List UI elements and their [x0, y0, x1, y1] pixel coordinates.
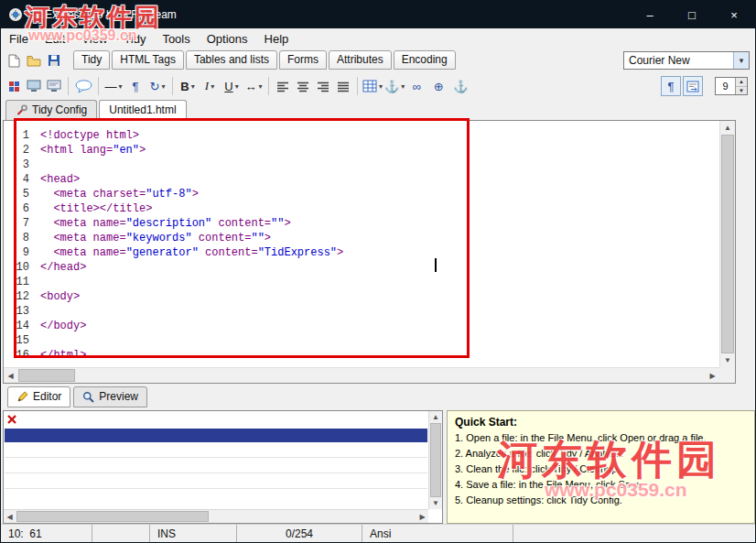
align-center-icon[interactable]	[294, 77, 312, 95]
minimize-button[interactable]: –	[629, 1, 671, 28]
scrollbar-thumb[interactable]	[430, 423, 441, 497]
open-file-button[interactable]	[25, 51, 43, 70]
code-segment: </body>	[40, 319, 86, 333]
font-size-stepper[interactable]: 9 ▲ ▼	[715, 77, 748, 95]
insert-link-button[interactable]: ∞	[406, 76, 427, 96]
scroll-up-button[interactable]: ▲	[720, 121, 735, 135]
stepper-down-button[interactable]: ▼	[736, 87, 747, 95]
toolbar-main: Tidy HTML Tags Tables and lists Forms At…	[1, 49, 755, 72]
align-right-icon[interactable]	[314, 77, 332, 95]
chevron-down-icon[interactable]: ▾	[733, 52, 749, 69]
display-icon[interactable]	[45, 77, 63, 95]
monitor-icon[interactable]	[25, 77, 43, 95]
code-line[interactable]: 13	[4, 304, 719, 319]
resize-button[interactable]: ↔ ▾	[243, 76, 264, 96]
code-line[interactable]: 8 <meta name="keywords" content="">	[4, 231, 719, 245]
save-file-button[interactable]	[45, 51, 63, 70]
indent-settings-button[interactable]	[683, 76, 703, 96]
menu-file[interactable]: File	[1, 30, 37, 48]
toolbar-tab-attributes[interactable]: Attributes	[329, 50, 392, 70]
code-line[interactable]: 11	[4, 275, 719, 289]
code-line[interactable]: 3	[4, 157, 719, 172]
tab-preview[interactable]: Preview	[73, 386, 147, 407]
toolbar-tab-forms[interactable]: Forms	[279, 50, 327, 70]
bold-button[interactable]: B ▾	[178, 76, 198, 96]
font-family-select[interactable]: Courier New ▾	[623, 51, 750, 70]
code-line[interactable]: 7 <meta name="description" content="">	[4, 216, 719, 231]
comment-icon[interactable]	[73, 76, 93, 96]
scroll-left-button[interactable]: ◀	[4, 510, 16, 523]
scroll-up-button[interactable]: ▲	[429, 411, 442, 423]
menu-options[interactable]: Options	[199, 30, 256, 48]
scroll-right-button[interactable]: ▶	[416, 510, 428, 523]
code-line[interactable]: 9 <meta name="generator" content="TidExp…	[4, 245, 719, 260]
align-justify-icon[interactable]	[334, 77, 352, 95]
underline-button[interactable]: U ▾	[221, 76, 242, 96]
close-button[interactable]: ×	[713, 1, 755, 28]
chevron-down-icon[interactable]: ▾	[401, 82, 405, 91]
tab-untitled1[interactable]: Untitled1.html	[99, 100, 186, 120]
maximize-button[interactable]: □	[671, 1, 713, 28]
globe-icon[interactable]: ⊕	[428, 76, 448, 96]
code-line[interactable]: 16</html>	[4, 348, 719, 363]
insert-table-button[interactable]: ▾	[362, 76, 383, 96]
scroll-right-button[interactable]: ▶	[706, 368, 719, 383]
scroll-left-button[interactable]: ◀	[4, 368, 17, 383]
horizontal-rule-button[interactable]: — ▾	[103, 76, 124, 96]
chevron-down-icon[interactable]: ▾	[258, 82, 262, 91]
paragraph-button[interactable]: ¶	[125, 76, 146, 96]
code-line[interactable]: 10</head>	[4, 260, 719, 275]
code-view-icon[interactable]	[5, 77, 23, 95]
code-line[interactable]: 12<body>	[4, 289, 719, 304]
code-editor[interactable]: 1<!doctype html>2<html lang="en">34<head…	[3, 120, 736, 384]
code-line[interactable]: 4<head>	[4, 172, 719, 187]
scrollbar-thumb[interactable]	[721, 135, 734, 353]
scroll-down-button[interactable]: ▼	[429, 497, 442, 509]
message-row[interactable]	[5, 473, 427, 489]
editor-horizontal-scrollbar[interactable]: ◀ ▶	[4, 367, 719, 383]
toolbar-tab-encoding[interactable]: Encoding	[394, 50, 456, 70]
code-line[interactable]: 5 <meta charset="utf-8">	[4, 187, 719, 201]
messages-vertical-scrollbar[interactable]: ▲ ▼	[428, 411, 442, 509]
toolbar-tab-tables-lists[interactable]: Tables and lists	[186, 50, 277, 70]
italic-button[interactable]: I ▾	[200, 76, 220, 96]
menu-help[interactable]: Help	[256, 30, 297, 48]
insert-anchor-button[interactable]: ⚓ ▾	[384, 76, 405, 96]
chevron-down-icon[interactable]: ▾	[235, 82, 239, 91]
show-paragraph-marks-button[interactable]: ¶	[661, 76, 681, 96]
code-line[interactable]: 15	[4, 333, 719, 348]
code-line[interactable]: 2<html lang="en">	[4, 143, 719, 157]
chevron-down-icon[interactable]: ▾	[379, 82, 383, 91]
scroll-down-button[interactable]: ▼	[720, 353, 735, 367]
menu-edit[interactable]: Edit	[37, 30, 73, 48]
chevron-down-icon[interactable]: ▾	[191, 82, 195, 91]
toolbar-tab-tidy[interactable]: Tidy	[73, 50, 110, 70]
chevron-down-icon[interactable]: ▾	[161, 82, 165, 91]
stepper-up-button[interactable]: ▲	[736, 78, 747, 87]
selected-message-row[interactable]	[5, 429, 427, 442]
redo-button[interactable]: ↻ ▾	[147, 76, 167, 96]
align-left-icon[interactable]	[274, 77, 292, 95]
scrollbar-thumb[interactable]	[18, 369, 75, 382]
menu-tools[interactable]: Tools	[154, 30, 198, 48]
named-anchor-button[interactable]: ⚓	[450, 76, 470, 96]
code-lines[interactable]: 1<!doctype html>2<html lang="en">34<head…	[4, 121, 719, 367]
messages-horizontal-scrollbar[interactable]: ◀ ▶	[4, 509, 428, 523]
menu-tidy[interactable]: Tidy	[115, 30, 154, 48]
tab-editor[interactable]: Editor	[7, 386, 70, 407]
scrollbar-thumb[interactable]	[16, 511, 209, 522]
message-row[interactable]	[5, 458, 427, 473]
toolbar-tab-html-tags[interactable]: HTML Tags	[112, 50, 184, 70]
code-line[interactable]: 14</body>	[4, 319, 719, 333]
message-row[interactable]	[5, 442, 427, 458]
new-file-button[interactable]	[5, 51, 23, 70]
editor-vertical-scrollbar[interactable]: ▲ ▼	[719, 121, 735, 367]
menu-view[interactable]: View	[73, 30, 115, 48]
chevron-down-icon[interactable]: ▾	[211, 82, 214, 91]
messages-panel[interactable]: ▲ ▼ ◀ ▶	[3, 410, 443, 524]
code-line[interactable]: 1<!doctype html>	[4, 128, 719, 143]
chevron-down-icon[interactable]: ▾	[118, 82, 122, 91]
code-line[interactable]: 6 <title></title>	[4, 201, 719, 216]
tab-tidy-config[interactable]: Tidy Config	[5, 100, 97, 120]
quick-start-item: 5. Cleanup settings: click Tidy Config.	[455, 493, 747, 508]
